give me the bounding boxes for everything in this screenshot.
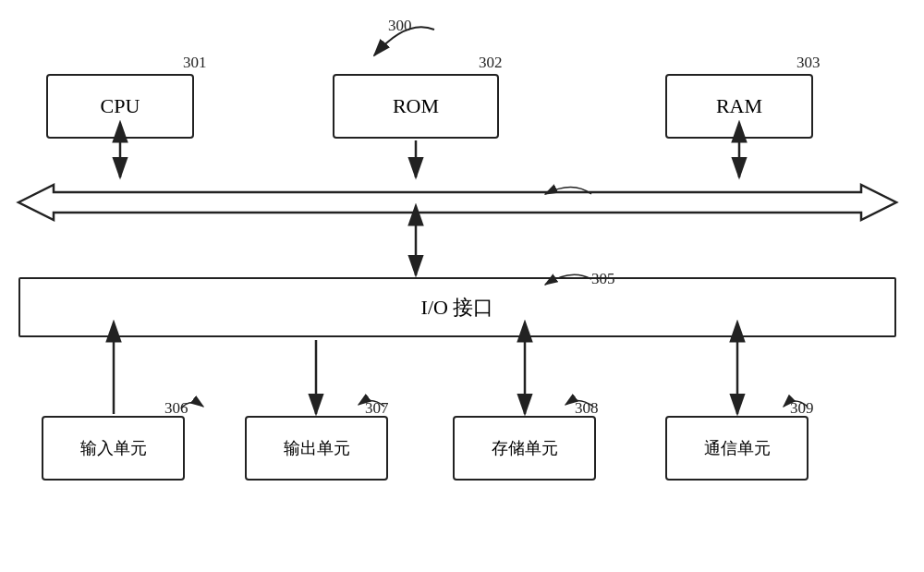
comm-unit-label: 通信单元 (704, 437, 771, 459)
ref-303: 303 (796, 54, 821, 72)
ref-300: 300 (388, 17, 412, 35)
ref-305: 305 (591, 270, 615, 288)
cpu-label: CPU (101, 94, 140, 118)
ram-label: RAM (716, 94, 762, 118)
cpu-box: CPU (46, 74, 194, 139)
svg-marker-8 (18, 185, 896, 220)
ref-306: 306 (164, 399, 188, 418)
ram-box: RAM (665, 74, 813, 139)
ref-304: 304 (591, 185, 615, 203)
comm-unit-box: 通信单元 (665, 416, 808, 481)
rom-label: ROM (393, 94, 439, 118)
io-box: I/O 接口 (18, 277, 896, 337)
ref-308: 308 (575, 399, 599, 418)
ref-302: 302 (479, 54, 503, 72)
storage-unit-label: 存储单元 (492, 437, 558, 459)
output-unit-box: 输出单元 (245, 416, 388, 481)
ref-301: 301 (183, 54, 207, 72)
io-label: I/O 接口 (421, 294, 494, 322)
output-unit-label: 输出单元 (284, 437, 350, 459)
svg-rect-7 (54, 185, 861, 220)
diagram: 300 CPU 301 ROM 302 RAM 303 304 I/O 接口 3… (0, 0, 924, 572)
storage-unit-box: 存储单元 (453, 416, 596, 481)
rom-box: ROM (333, 74, 499, 139)
ref-309: 309 (790, 399, 814, 418)
ref-307: 307 (365, 399, 389, 418)
input-unit-box: 输入单元 (42, 416, 185, 481)
input-unit-label: 输入单元 (80, 437, 147, 459)
